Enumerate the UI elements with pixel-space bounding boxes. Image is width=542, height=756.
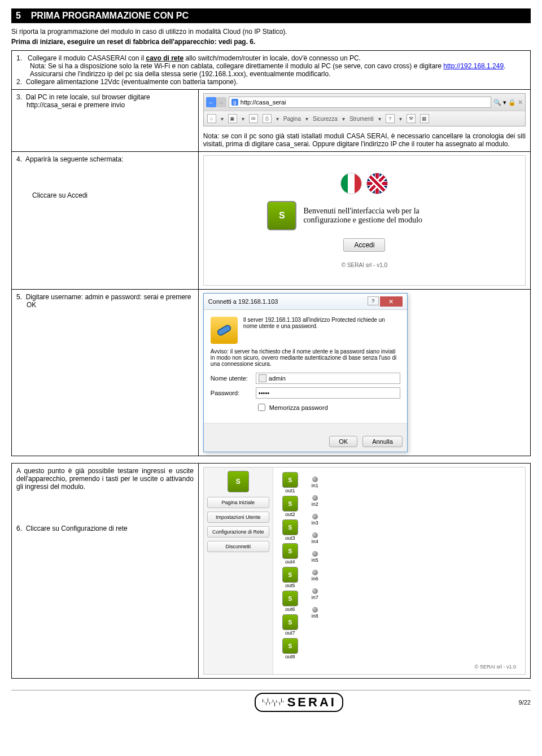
output-item[interactable]: Sout7 [282,614,298,636]
out-button-icon[interactable]: S [282,567,298,583]
help-icon[interactable]: ? [386,114,395,123]
intro-text: Si riporta la programmazione del modulo … [11,28,531,36]
dialog-close-icon[interactable]: ✕ [380,296,403,307]
in-label: in7 [312,595,318,600]
outro-left: A questo punto è già possibile testare i… [12,464,199,679]
back-icon[interactable]: ← [206,97,216,107]
in-label: in2 [312,501,318,507]
out-button-icon[interactable]: S [282,591,298,606]
lock-icon: 🔒 [508,99,516,106]
key-icon [211,317,238,344]
led-icon [312,495,318,501]
out-label: out6 [285,606,295,612]
accedi-button[interactable]: Accedi [343,238,385,252]
output-item[interactable]: Sout1 [282,472,298,493]
sidebar-impostazioni[interactable]: Impostazioni Utente [207,512,269,523]
sidebar-config-rete[interactable]: Configurazione di Rete [207,526,269,537]
step5-label: Digitare username: admin e password: ser… [26,293,191,309]
out-button-icon[interactable]: S [282,519,298,535]
wave-icon [261,698,284,707]
page-number: 9/22 [519,699,531,706]
forward-icon[interactable]: → [216,97,226,107]
input-item: in5 [312,551,318,563]
google-icon: g [231,99,238,106]
search-icon[interactable]: 🔍 ▾ [493,99,506,106]
close-icon[interactable]: ✕ [518,99,523,106]
output-item[interactable]: Sout8 [282,638,298,659]
step2: 2. Collegare alimentazione 12Vdc (eventu… [16,78,526,86]
user-label: Nome utente: [211,375,256,382]
sidebar-disconnetti[interactable]: Disconnetti [207,541,269,552]
step4-label: Apparirà la seguente schermata: [25,155,123,163]
dialog-title-text: Connetti a 192.168.1.103 [208,298,278,305]
in-label: in6 [312,576,318,582]
section-title-text: PRIMA PROGRAMMAZIONE CON PC [31,11,189,20]
in-label: in1 [312,483,318,488]
out-button-icon[interactable]: S [282,614,298,630]
page-footer: SERAI 9/22 [11,690,531,712]
print-icon[interactable]: ⎙ [263,114,272,123]
remember-checkbox[interactable] [258,404,265,411]
pass-value: ••••• [259,390,269,396]
step1-note-pre: Nota: Se si ha a disposizione solo la re… [30,62,443,70]
user-icon [259,374,266,382]
led-icon [312,477,318,482]
web-admin-panel: S Pagina Iniziale Impostazioni Utente Co… [203,467,526,675]
step4-click: Cliccare su Accedi [16,191,194,199]
out-label: out7 [285,630,295,636]
step1-link[interactable]: http://192.168.1.249 [443,62,504,70]
out-label: out5 [285,583,295,588]
ok-button[interactable]: OK [329,436,357,447]
section-title: 5 PRIMA PROGRAMMAZIONE CON PC [11,8,531,23]
led-icon [312,514,318,519]
mail-icon[interactable]: ✉ [249,114,258,123]
step3-note: Nota: se con il pc sono già stati istall… [203,132,526,148]
led-icon [312,570,318,575]
in-label: in3 [312,520,318,526]
password-field[interactable]: ••••• [256,387,400,399]
welcome-text: Benvenuti nell'interfaccia web per la co… [303,207,461,225]
input-item: in8 [312,607,318,619]
outro-text: A questo punto è già possibile testare i… [16,467,194,491]
out-button-icon[interactable]: S [282,638,298,654]
output-item[interactable]: Sout4 [282,543,298,565]
username-field[interactable]: admin [256,373,400,384]
reset-note: Prima di iniziare, eseguire un reset di … [11,38,531,46]
step1: 1. Collegare il modulo CASASERAI con il … [16,54,526,62]
output-item[interactable]: Sout3 [282,519,298,541]
flag-uk-icon[interactable] [366,173,388,194]
feed-icon[interactable]: ▣ [228,114,237,123]
step1-underline: cavo di rete [146,54,183,62]
tool-icon[interactable]: ⚒ [406,114,416,123]
out-button-icon[interactable]: S [282,496,298,512]
out-button-icon[interactable]: S [282,543,298,559]
step4-right: S Benvenuti nell'interfaccia web per la … [198,152,530,290]
out-button-icon[interactable]: S [282,472,298,488]
tb-pagina[interactable]: Pagina [283,116,301,122]
tool2-icon[interactable]: ▦ [420,114,429,123]
output-item[interactable]: Sout6 [282,591,298,612]
sidebar-pagina-iniziale[interactable]: Pagina Iniziale [207,497,269,508]
dialog-help-icon[interactable]: ? [368,296,379,305]
tb-strumenti[interactable]: Strumenti [349,116,374,122]
address-bar[interactable]: g http://casa_serai [229,97,491,108]
led-icon [312,607,318,613]
flag-it-icon[interactable] [340,173,362,194]
step1-post: allo switch/modem/router in locale, dov'… [183,54,361,62]
dialog-text2: Avviso: il server ha richiesto che il no… [211,348,400,367]
out-label: out3 [285,535,295,541]
home-icon[interactable]: ⌂ [207,114,216,123]
steps-table-2: A questo punto è già possibile testare i… [11,463,531,679]
step1-pre: Collegare il modulo CASASERAI con il [28,54,146,62]
output-item[interactable]: Sout5 [282,567,298,588]
cancel-button[interactable]: Annulla [362,436,403,447]
input-item: in4 [312,532,318,544]
input-item: in2 [312,495,318,507]
auth-dialog: Connetti a 192.168.1.103 ? ✕ Il server 1… [203,293,408,452]
panel-copyright: © SERAI srl - v1.0 [282,664,516,670]
output-item[interactable]: Sout2 [282,496,298,517]
tb-sicurezza[interactable]: Sicurezza [313,116,338,122]
web-sidebar: S Pagina Iniziale Impostazioni Utente Co… [204,467,273,674]
copyright-text: © SERAI srl - v1.0 [215,262,514,268]
input-item: in1 [312,477,318,488]
